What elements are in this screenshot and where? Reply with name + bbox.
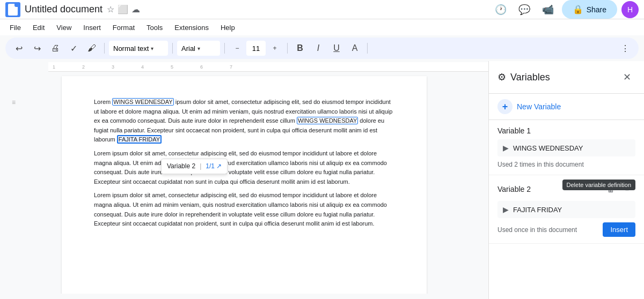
style-label: Normal text	[113, 44, 149, 53]
variable-1-usage: Used 2 times in this document	[497, 161, 635, 168]
meet-icon[interactable]: 📹	[538, 0, 558, 19]
variable-2-usage: Used once in this document	[497, 226, 577, 234]
delete-variable-tooltip: Delete variable definition	[562, 180, 635, 190]
undo-button[interactable]: ↩	[11, 40, 27, 56]
menu-format[interactable]: Format	[107, 21, 140, 34]
history-icon[interactable]: 🕐	[491, 0, 510, 19]
document-page: Lorem WINGS WEDNESDAY ipsum dolor sit am…	[62, 76, 427, 294]
font-dropdown[interactable]: Arial ▾	[177, 41, 220, 56]
variable-1-value: WINGS WEDNESDAY	[513, 144, 583, 152]
tooltip-separator: |	[200, 161, 201, 171]
bold-button[interactable]: B	[292, 40, 308, 56]
menu-bar: File Edit View Insert Format Tools Exten…	[0, 19, 644, 35]
decrease-font-size[interactable]: −	[229, 40, 245, 56]
menu-file[interactable]: File	[4, 21, 26, 34]
menu-view[interactable]: View	[51, 21, 77, 34]
document-text: Lorem WINGS WEDNESDAY ipsum dolor sit am…	[94, 98, 394, 229]
variables-panel: ⚙ Variables ✕ + New Variable Variable 1 …	[488, 61, 644, 299]
menu-insert[interactable]: Insert	[78, 21, 106, 34]
paint-format-button[interactable]: 🖌	[84, 40, 100, 56]
spellcheck-button[interactable]: ✓	[65, 40, 82, 56]
top-right: 🕐 💬 📹 🔒 Share H	[491, 0, 639, 19]
variable-wings-2[interactable]: WINGS WEDNESDAY	[297, 117, 358, 124]
toolbar-separator-4	[287, 43, 288, 54]
variable-tooltip: Variable 2 | 1/1 ↗	[161, 159, 228, 174]
share-label: Share	[587, 5, 606, 14]
variable-2-value-box: ▶ FAJITA FRIDAY	[497, 201, 635, 218]
document-title[interactable]: Untitled document	[25, 4, 103, 15]
toolbar: ↩ ↪ 🖨 ✓ 🖌 Normal text ▾ Arial ▾ − + B I …	[5, 38, 639, 59]
share-button[interactable]: 🔒 Share	[562, 0, 617, 19]
variables-icon: ⚙	[497, 71, 506, 83]
menu-extensions[interactable]: Extensions	[169, 21, 214, 34]
tooltip-count[interactable]: 1/1 ↗	[206, 161, 222, 171]
variable-1-value-icon: ▶	[503, 144, 509, 152]
variable-1-header: Variable 1	[497, 126, 635, 135]
variable-1-value-box: ▶ WINGS WEDNESDAY	[497, 139, 635, 156]
cloud-icon[interactable]: ☁	[131, 4, 140, 14]
insert-variable-button[interactable]: Insert	[603, 222, 635, 237]
new-variable-plus-icon: +	[497, 99, 513, 114]
style-dropdown-arrow: ▾	[151, 46, 153, 51]
main-area: 1234567 ≡ Lorem WINGS WEDNESDAY ipsum do…	[0, 61, 644, 299]
variables-title-label: Variables	[510, 72, 550, 83]
font-dropdown-arrow: ▾	[197, 46, 200, 51]
close-panel-button[interactable]: ✕	[618, 69, 635, 86]
style-dropdown[interactable]: Normal text ▾	[109, 41, 168, 56]
title-icons: ☆ ⬜ ☁	[107, 4, 140, 14]
variable-1-card: Variable 1 ▶ WINGS WEDNESDAY Used 2 time…	[489, 120, 644, 175]
toolbar-separator-5	[367, 43, 368, 54]
variables-panel-title: ⚙ Variables	[497, 71, 550, 83]
more-options-button[interactable]: ⋮	[617, 40, 633, 56]
toolbar-separator-2	[172, 43, 173, 54]
variable-wings-1[interactable]: WINGS WEDNESDAY	[112, 98, 173, 106]
new-variable-button[interactable]: + New Variable	[489, 94, 644, 120]
comments-icon[interactable]: 💬	[515, 0, 534, 19]
text-color-button[interactable]: A	[347, 40, 363, 56]
font-label: Arial	[181, 44, 195, 53]
variable-2-value: FAJITA FRIDAY	[513, 206, 562, 214]
tooltip-label: Variable 2	[167, 161, 195, 171]
toolbar-right: ⋮	[617, 40, 633, 56]
redo-button[interactable]: ↪	[29, 40, 45, 56]
menu-edit[interactable]: Edit	[27, 21, 50, 34]
document-area: 1234567 ≡ Lorem WINGS WEDNESDAY ipsum do…	[0, 61, 488, 299]
google-docs-icon	[5, 2, 20, 17]
document-scroll[interactable]: ≡ Lorem WINGS WEDNESDAY ipsum dolor sit …	[0, 72, 488, 294]
toolbar-separator-1	[104, 43, 105, 54]
variable-2-footer: Used once in this document Insert	[497, 222, 635, 237]
new-variable-label: New Variable	[517, 102, 561, 111]
variable-fajita[interactable]: FAJITA FRIDAY	[117, 135, 162, 144]
italic-button[interactable]: I	[310, 40, 326, 56]
star-icon[interactable]: ☆	[107, 4, 114, 14]
share-icon: 🔒	[573, 4, 583, 14]
font-size-controls: − +	[229, 40, 283, 56]
underline-button[interactable]: U	[328, 40, 345, 56]
variable-2-value-icon: ▶	[503, 205, 509, 214]
user-avatar[interactable]: H	[621, 1, 639, 18]
move-icon[interactable]: ⬜	[118, 4, 128, 14]
menu-tools[interactable]: Tools	[141, 21, 168, 34]
variable-1-name: Variable 1	[497, 126, 531, 135]
increase-font-size[interactable]: +	[267, 40, 283, 56]
top-bar: Untitled document ☆ ⬜ ☁ 🕐 💬 📹 🔒 Share H	[0, 0, 644, 19]
toolbar-separator-3	[224, 43, 225, 54]
variable-2-name: Variable 2	[497, 185, 531, 193]
variable-2-card: Delete variable definition Variable 2 🗑 …	[489, 175, 644, 244]
variables-panel-header: ⚙ Variables ✕	[489, 61, 644, 94]
fold-icon[interactable]: ≡	[12, 99, 16, 106]
menu-help[interactable]: Help	[215, 21, 240, 34]
print-button[interactable]: 🖨	[47, 40, 63, 56]
font-size-input[interactable]	[246, 41, 266, 56]
